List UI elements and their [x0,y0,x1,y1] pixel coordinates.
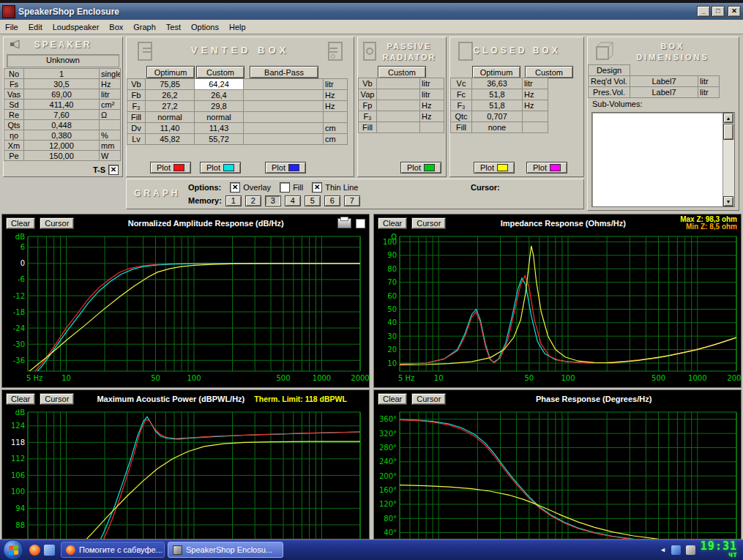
plot-color-box[interactable] [356,219,365,228]
param-value[interactable]: 36,63 [471,78,523,89]
listbox-scrollbar[interactable]: ▲ ▼ [723,113,734,206]
menu-item-edit[interactable]: Edit [23,21,48,33]
subvolumes-listbox[interactable]: ▲ ▼ [591,112,735,207]
menu-item-box[interactable]: Box [104,21,128,33]
menu-item-loudspeaker[interactable]: Loudspeaker [48,21,105,33]
design-button[interactable]: Design [588,64,630,76]
pr-tab-custom[interactable]: Custom [378,66,426,78]
checkbox-thin-line[interactable]: ✕ [312,182,322,193]
memory-button-4[interactable]: 4 [285,195,301,206]
vented-plot-button-3[interactable]: Plot [265,162,306,173]
power-plot[interactable]: 1241181121061009488dB5 Hz105010050010002… [2,406,369,540]
driver-name-box[interactable]: Unknown [7,54,119,67]
printer-icon[interactable] [337,218,351,228]
param-value[interactable] [376,100,420,111]
power-cursor-button[interactable]: Cursor [40,393,74,405]
custom-value[interactable]: 55,72 [194,133,244,145]
option-overlay[interactable]: ✕Overlay [230,182,271,193]
phase-cursor-button[interactable]: Cursor [411,393,446,405]
power-clear-button[interactable]: Clear [6,393,35,405]
task-button-2[interactable]: SpeakerShop Enclosu... [168,542,283,558]
memory-button-7[interactable]: 7 [344,195,360,206]
scrollbar-thumb[interactable] [723,124,733,140]
phase-plot[interactable]: 360°320°280°240°200°160°120°80°40°5 Hz10… [374,406,741,540]
start-button[interactable] [3,540,23,560]
closed-plot-button-1[interactable]: Plot [474,162,515,173]
param-value[interactable]: 1 [23,68,100,79]
closed-tab-optimum[interactable]: Optimum [472,66,520,78]
param-value[interactable]: 12,000 [23,140,100,151]
vented-tab-optimum[interactable]: Optimum [146,66,195,78]
ts-checkbox[interactable]: ✕ [108,165,119,175]
optimum-value[interactable]: 27,2 [145,100,195,112]
custom-value[interactable]: 26,4 [194,89,244,101]
option-fill[interactable]: Fill [280,182,303,193]
optimum-value[interactable]: 11,40 [145,122,195,134]
param-value[interactable]: 51,8 [471,89,523,100]
option-thin-line[interactable]: ✕Thin Line [312,182,358,193]
quicklaunch-firefox-icon[interactable] [29,545,40,556]
optimum-value[interactable]: normal [145,111,195,123]
param-value[interactable]: 0,707 [471,111,523,122]
optimum-value[interactable]: 26,2 [145,89,195,101]
closed-plot-button-2[interactable]: Plot [526,162,567,173]
amplitude-clear-button[interactable]: Clear [6,217,35,229]
impedance-plot[interactable]: 100908070605040302010Ω5 Hz10501005001000… [374,231,741,387]
param-value[interactable]: 150,00 [23,150,100,161]
param-value[interactable] [376,122,420,133]
quicklaunch-desktop-icon[interactable] [44,545,55,556]
custom-value[interactable]: normal [194,111,244,123]
amplitude-cursor-button[interactable]: Cursor [40,217,74,229]
param-value[interactable]: 7,60 [23,109,100,120]
optimum-value[interactable]: 75,85 [145,78,195,90]
param-value[interactable]: 69,00 [23,89,100,100]
param-value[interactable]: 51,8 [471,100,523,111]
bandpass-value[interactable] [243,122,324,134]
amplitude-plot[interactable]: 60-6-12-18-24-30-36dB5 Hz105010050010002… [2,231,369,387]
memory-button-3[interactable]: 3 [265,195,281,206]
custom-value[interactable]: 64,24 [194,78,244,90]
closed-tab-custom[interactable]: Custom [525,66,573,78]
optimum-value[interactable]: 45,82 [145,133,195,145]
tray-volume-icon[interactable] [686,545,695,555]
custom-value[interactable]: 29,8 [194,100,244,112]
scroll-up-icon[interactable]: ▲ [723,113,733,123]
param-value[interactable]: Label7 [630,75,698,87]
memory-button-1[interactable]: 1 [225,195,242,206]
tray-network-icon[interactable] [671,545,681,555]
bandpass-value[interactable] [243,133,324,145]
tray-chevron-icon[interactable]: ◄ [660,546,666,553]
impedance-cursor-button[interactable]: Cursor [411,217,446,229]
param-value[interactable] [376,111,420,122]
param-value[interactable]: 411,40 [23,99,100,110]
vented-tab-band-pass[interactable]: Band-Pass [250,66,318,78]
menu-item-help[interactable]: Help [224,21,251,33]
minimize-button[interactable]: _ [697,6,710,17]
phase-clear-button[interactable]: Clear [378,393,407,405]
checkbox-overlay[interactable]: ✕ [230,182,240,193]
menu-item-test[interactable]: Test [161,21,186,33]
param-value[interactable]: Label7 [630,86,698,98]
scroll-down-icon[interactable]: ▼ [723,196,733,206]
vented-tab-custom[interactable]: Custom [196,66,244,78]
memory-button-5[interactable]: 5 [305,195,321,206]
maximize-button[interactable]: □ [712,6,725,17]
bandpass-value[interactable] [243,111,324,123]
checkbox-fill[interactable] [280,182,290,193]
menu-item-graph[interactable]: Graph [128,21,161,33]
vented-plot-button-2[interactable]: Plot [200,162,241,173]
param-value[interactable]: 30,5 [23,78,100,89]
custom-value[interactable]: 11,43 [194,122,244,134]
impedance-clear-button[interactable]: Clear [378,217,407,229]
pr-plot-button[interactable]: Plot [400,162,441,173]
bandpass-value[interactable] [243,78,324,90]
param-value[interactable]: none [471,122,523,133]
menu-item-options[interactable]: Options [186,21,224,33]
task-button-1[interactable]: Помогите с сабвуфе... [61,542,165,558]
memory-button-2[interactable]: 2 [245,195,261,206]
memory-button-6[interactable]: 6 [324,195,340,206]
close-button[interactable]: ✕ [728,6,741,17]
bandpass-value[interactable] [243,89,324,101]
vented-plot-button-1[interactable]: Plot [150,162,191,173]
bandpass-value[interactable] [243,100,324,112]
